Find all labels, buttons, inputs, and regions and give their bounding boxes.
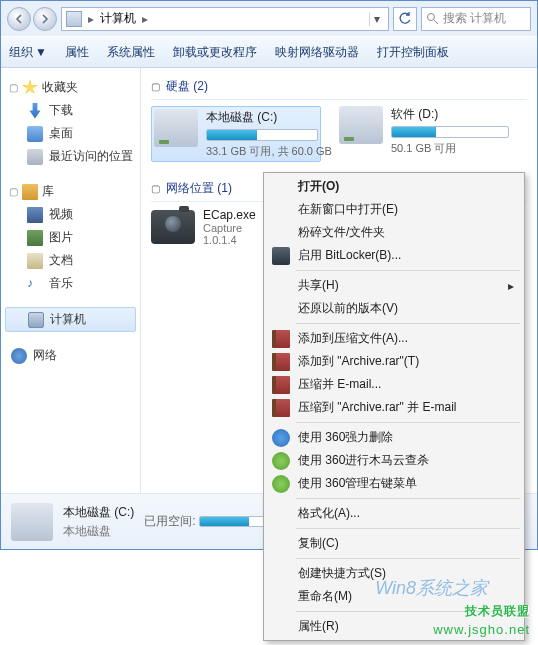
favorites-header[interactable]: ▢收藏夹 [1,76,140,99]
capacity-bar [391,126,509,138]
breadcrumb-sep: ▸ [86,12,96,26]
computer-icon [28,312,44,328]
breadcrumb-sep: ▸ [140,12,150,26]
uninstall-button[interactable]: 卸载或更改程序 [173,44,257,61]
document-icon [27,253,43,269]
submenu-arrow: ▸ [508,279,514,293]
ctx-open[interactable]: 打开(O) [266,175,522,198]
nav-recent[interactable]: 最近访问的位置 [1,145,140,168]
ctx-360-menu[interactable]: 使用 360管理右键菜单 [266,472,522,495]
drive-free: 33.1 GB 可用, 共 60.0 GB [206,144,318,159]
ctx-add-rar[interactable]: 添加到 "Archive.rar"(T) [266,350,522,373]
ctx-new-window[interactable]: 在新窗口中打开(E) [266,198,522,221]
drive-icon [154,109,198,147]
address-dropdown[interactable]: ▾ [369,12,384,26]
nav-computer[interactable]: 计算机 [5,307,136,332]
ctx-360-scan[interactable]: 使用 360进行木马云查杀 [266,449,522,472]
rar-icon [272,376,290,394]
address-bar[interactable]: ▸ 计算机 ▸ ▾ [61,7,389,31]
library-icon [22,184,38,200]
ctx-bitlocker[interactable]: 启用 BitLocker(B)... [266,244,522,267]
video-icon [27,207,43,223]
control-panel-button[interactable]: 打开控制面板 [377,44,449,61]
refresh-button[interactable] [393,7,417,31]
ctx-format[interactable]: 格式化(A)... [266,502,522,525]
properties-button[interactable]: 属性 [65,44,89,61]
drive-name: 本地磁盘 (C:) [206,109,318,126]
nav-music[interactable]: ♪音乐 [1,272,140,295]
search-box[interactable]: 搜索 计算机 [421,7,531,31]
download-icon [27,103,43,119]
details-title: 本地磁盘 (C:) [63,504,134,521]
computer-icon [66,11,82,27]
ctx-share[interactable]: 共享(H)▸ [266,274,522,297]
group-hdd[interactable]: ▢硬盘 (2) [151,74,527,100]
watermark-faint: Win8系统之家 [375,576,488,600]
360-icon [272,452,290,470]
nav-documents[interactable]: 文档 [1,249,140,272]
details-type: 本地磁盘 [63,523,134,540]
separator [296,611,520,612]
separator [296,270,520,271]
toolbar: 组织 ▼ 属性 系统属性 卸载或更改程序 映射网络驱动器 打开控制面板 [1,36,537,68]
rar-icon [272,330,290,348]
nav-network[interactable]: 网络 [1,344,140,367]
rar-icon [272,399,290,417]
network-icon [11,348,27,364]
capacity-bar [206,129,318,141]
desktop-icon [27,126,43,142]
drive-icon [11,503,53,541]
ctx-restore[interactable]: 还原以前的版本(V) [266,297,522,320]
separator [296,422,520,423]
nav-pictures[interactable]: 图片 [1,226,140,249]
ctx-shred[interactable]: 粉碎文件/文件夹 [266,221,522,244]
bitlocker-icon [272,247,290,265]
nav-downloads[interactable]: 下载 [1,99,140,122]
drive-d[interactable]: 软件 (D:) 50.1 GB 可用 [339,106,509,162]
system-properties-button[interactable]: 系统属性 [107,44,155,61]
nav-videos[interactable]: 视频 [1,203,140,226]
back-button[interactable] [7,7,31,31]
context-menu: 打开(O) 在新窗口中打开(E) 粉碎文件/文件夹 启用 BitLocker(B… [263,172,525,641]
svg-line-1 [434,20,438,24]
music-icon: ♪ [27,276,43,292]
ctx-zip-email[interactable]: 压缩并 E-mail... [266,373,522,396]
ctx-360-delete[interactable]: 使用 360强力删除 [266,426,522,449]
360-icon [272,429,290,447]
item-sub2: 1.0.1.4 [203,234,256,246]
search-icon [426,12,439,25]
picture-icon [27,230,43,246]
separator [296,323,520,324]
item-sub1: Capture [203,222,256,234]
map-drive-button[interactable]: 映射网络驱动器 [275,44,359,61]
star-icon [22,80,38,96]
camera-icon [151,210,195,244]
forward-button[interactable] [33,7,57,31]
used-label: 已用空间: [144,514,195,528]
breadcrumb-location[interactable]: 计算机 [100,10,136,27]
rar-icon [272,353,290,371]
separator [296,498,520,499]
ctx-copy[interactable]: 复制(C) [266,532,522,555]
svg-point-0 [428,14,435,21]
separator [296,558,520,559]
drive-free: 50.1 GB 可用 [391,141,509,156]
libraries-header[interactable]: ▢库 [1,180,140,203]
nav-desktop[interactable]: 桌面 [1,122,140,145]
ctx-properties[interactable]: 属性(R) [266,615,522,638]
separator [296,528,520,529]
ctx-add-archive[interactable]: 添加到压缩文件(A)... [266,327,522,350]
organize-menu[interactable]: 组织 ▼ [9,44,47,61]
drive-name: 软件 (D:) [391,106,509,123]
recent-icon [27,149,43,165]
navigation-pane: ▢收藏夹 下载 桌面 最近访问的位置 ▢库 视频 图片 文档 ♪音乐 计算机 网… [1,68,141,493]
drive-icon [339,106,383,144]
360-icon [272,475,290,493]
drive-c[interactable]: 本地磁盘 (C:) 33.1 GB 可用, 共 60.0 GB [151,106,321,162]
ctx-zip-to[interactable]: 压缩到 "Archive.rar" 并 E-mail [266,396,522,419]
search-placeholder: 搜索 计算机 [443,10,506,27]
title-bar: ▸ 计算机 ▸ ▾ 搜索 计算机 [1,1,537,36]
item-name: ECap.exe [203,208,256,222]
